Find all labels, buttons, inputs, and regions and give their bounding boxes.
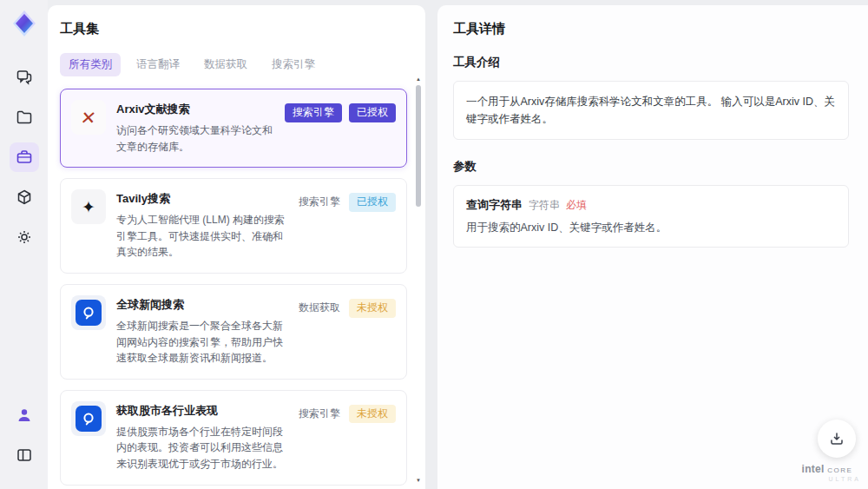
sidebar-item-settings[interactable]	[10, 222, 39, 252]
scroll-up-icon[interactable]: ▲	[415, 76, 422, 82]
sidebar-item-chat[interactable]	[10, 63, 39, 92]
tool-detail-panel: 工具详情 工具介绍 一个用于从Arxiv存储库搜索科学论文和文章的工具。 输入可…	[437, 5, 868, 489]
tab-所有类别[interactable]: 所有类别	[60, 53, 121, 76]
scroll-down-icon[interactable]: ▼	[415, 478, 422, 483]
page-title: 工具集	[60, 21, 408, 37]
params-heading: 参数	[453, 159, 849, 175]
briefcase-icon	[16, 149, 33, 166]
detail-title: 工具详情	[453, 21, 849, 37]
download-button[interactable]	[818, 420, 856, 458]
tool-icon: ✦	[71, 189, 106, 224]
tool-card-list: ✕ Arxiv文献搜索 访问各个研究领域大量科学论文和文章的存储库。 搜索引擎 …	[60, 89, 407, 489]
auth-status-badge: 已授权	[349, 193, 396, 212]
category-badge: 搜索引擎	[297, 193, 342, 212]
user-icon	[16, 406, 33, 424]
news-search-logo-icon	[76, 406, 102, 432]
intel-core-logo: intel core ULTRA	[793, 463, 861, 482]
tool-card[interactable]: ✦ Tavily搜索 专为人工智能代理 (LLM) 构建的搜索引擎工具。可快速提…	[60, 178, 407, 274]
category-badge: 数据获取	[297, 299, 342, 318]
param-required-badge: 必填	[566, 198, 587, 213]
tool-name: 全球新闻搜索	[116, 297, 286, 313]
category-tabs: 所有类别语言翻译数据获取搜索引擎	[60, 53, 408, 76]
scrollbar-thumb[interactable]	[416, 85, 421, 207]
sidebar-item-files[interactable]	[10, 102, 39, 132]
tool-icon: ✕	[71, 100, 106, 135]
category-badge: 搜索引擎	[285, 103, 342, 122]
tavily-star-icon: ✦	[82, 199, 95, 215]
intro-box: 一个用于从Arxiv存储库搜索科学论文和文章的工具。 输入可以是Arxiv ID…	[453, 81, 849, 140]
tool-card[interactable]: 全球新闻搜索 全球新闻搜索是一个聚合全球各大新闻网站内容的搜索引擎，帮助用户快速…	[60, 284, 407, 380]
list-scrollbar[interactable]: ▲ ▼	[415, 78, 422, 483]
app-logo-gem-icon[interactable]	[10, 9, 39, 38]
param-desc: 用于搜索的Arxiv ID、关键字或作者姓名。	[466, 221, 836, 235]
tab-数据获取[interactable]: 数据获取	[195, 53, 256, 76]
sidebar-item-toolbox[interactable]	[10, 142, 39, 172]
auth-status-badge: 已授权	[349, 103, 396, 122]
tool-description: 专为人工智能代理 (LLM) 构建的搜索引擎工具。可快速提供实时、准确和真实的结…	[116, 212, 286, 261]
cube-icon	[16, 188, 33, 206]
intel-wordmark: intel	[802, 463, 825, 475]
arxiv-logo-icon: ✕	[80, 109, 98, 127]
tool-description: 提供股票市场各个行业在特定时间段内的表现。投资者可以利用这些信息来识别表现优于或…	[116, 424, 286, 472]
collapse-sidebar-button[interactable]	[10, 440, 39, 470]
param-box: 查询字符串 字符串 必填 用于搜索的Arxiv ID、关键字或作者姓名。	[453, 185, 849, 248]
left-rail	[0, 0, 48, 489]
app-window: 工具集 所有类别语言翻译数据获取搜索引擎 ✕ Arxiv文献搜索 访问各个研究领…	[0, 0, 868, 489]
folder-icon	[16, 109, 33, 126]
tool-icon	[71, 295, 106, 330]
news-search-logo-icon	[76, 300, 102, 326]
download-icon	[828, 430, 845, 447]
param-type: 字符串	[529, 198, 560, 213]
tool-name: Tavily搜索	[116, 191, 286, 207]
user-profile-button[interactable]	[10, 400, 39, 430]
auth-status-badge: 未授权	[349, 405, 396, 424]
core-wordmark: core	[827, 463, 852, 475]
gear-icon	[16, 228, 33, 246]
intro-text: 一个用于从Arxiv存储库搜索科学论文和文章的工具。 输入可以是Arxiv ID…	[466, 93, 836, 128]
ultra-wordmark: ULTRA	[793, 476, 861, 482]
tab-搜索引擎[interactable]: 搜索引擎	[263, 53, 324, 76]
tool-name: Arxiv文献搜索	[116, 102, 274, 117]
tool-description: 访问各个研究领域大量科学论文和文章的存储库。	[116, 122, 274, 155]
panels-icon	[16, 446, 33, 464]
tool-icon	[71, 401, 106, 436]
tool-name: 获取股市各行业表现	[116, 403, 286, 419]
sidebar-item-models[interactable]	[10, 182, 39, 212]
param-name: 查询字符串	[466, 197, 523, 213]
tool-card[interactable]: ✕ Arxiv文献搜索 访问各个研究领域大量科学论文和文章的存储库。 搜索引擎 …	[60, 89, 407, 168]
tool-description: 全球新闻搜索是一个聚合全球各大新闻网站内容的搜索引擎，帮助用户快速获取全球最新资…	[116, 318, 286, 367]
auth-status-badge: 未授权	[349, 299, 396, 318]
tab-语言翻译[interactable]: 语言翻译	[128, 53, 188, 76]
tool-card[interactable]: 获取股市各行业表现 提供股票市场各个行业在特定时间段内的表现。投资者可以利用这些…	[60, 390, 407, 486]
intro-heading: 工具介绍	[453, 55, 849, 70]
category-badge: 搜索引擎	[297, 405, 342, 424]
chat-icon	[16, 69, 33, 86]
tool-list-panel: 工具集 所有类别语言翻译数据获取搜索引擎 ✕ Arxiv文献搜索 访问各个研究领…	[48, 5, 425, 489]
